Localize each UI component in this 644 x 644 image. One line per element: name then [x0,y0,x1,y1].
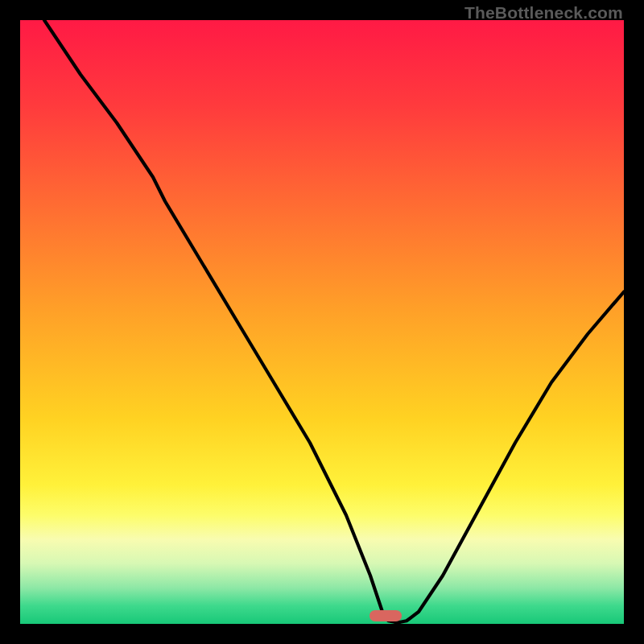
optimal-marker [369,610,402,621]
bottleneck-curve [20,20,624,624]
outer-frame: TheBottleneck.com [0,0,644,644]
plot-area [20,20,624,624]
